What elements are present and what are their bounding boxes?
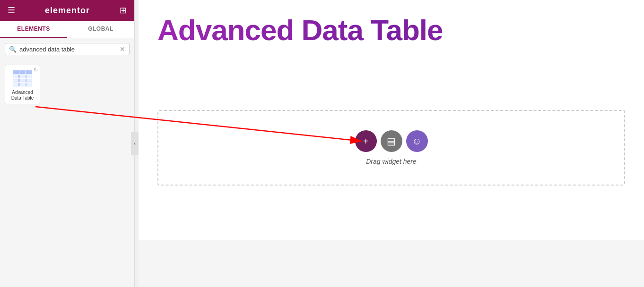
sidebar-header: ☰ elementor ⊞ bbox=[0, 0, 134, 21]
smiley-icon: ☺ bbox=[412, 136, 421, 147]
table-cell bbox=[26, 79, 32, 83]
main-area: Advanced Data Table + ▤ ☺ Drag widget he… bbox=[139, 0, 644, 287]
sidebar: ☰ elementor ⊞ ELEMENTS GLOBAL 🔍 ✕ ↻ bbox=[0, 0, 135, 287]
main-bottom-area bbox=[139, 240, 644, 287]
collapse-handle[interactable]: ‹ bbox=[131, 132, 139, 155]
folder-button[interactable]: ▤ bbox=[381, 130, 402, 152]
widget-label: Advanced Data Table bbox=[7, 90, 38, 101]
drop-zone-buttons: + ▤ ☺ bbox=[355, 130, 428, 152]
clear-icon[interactable]: ✕ bbox=[120, 45, 125, 53]
search-bar: 🔍 ✕ bbox=[5, 43, 130, 55]
search-input[interactable] bbox=[19, 46, 120, 53]
drop-zone[interactable]: + ▤ ☺ Drag widget here bbox=[157, 110, 625, 186]
tab-elements[interactable]: ELEMENTS bbox=[0, 21, 67, 38]
refresh-icon[interactable]: ↻ bbox=[34, 67, 38, 73]
tab-global[interactable]: GLOBAL bbox=[67, 21, 134, 38]
drop-zone-area: + ▤ ☺ Drag widget here bbox=[139, 56, 644, 240]
add-section-button[interactable]: + bbox=[355, 130, 377, 152]
widget-advanced-data-table[interactable]: ↻ Advanced Data Table bbox=[5, 65, 40, 104]
search-icon: 🔍 bbox=[9, 46, 17, 53]
table-cell bbox=[13, 75, 19, 78]
table-cell bbox=[26, 70, 32, 74]
main-title-area: Advanced Data Table bbox=[139, 0, 644, 56]
widgets-grid: ↻ Advanced Data Table bbox=[0, 60, 134, 109]
plus-icon: + bbox=[363, 136, 369, 147]
table-icon bbox=[13, 70, 33, 86]
sidebar-title: elementor bbox=[15, 6, 120, 16]
collapse-chevron-icon: ‹ bbox=[134, 140, 136, 147]
widget-icon bbox=[11, 69, 35, 88]
hamburger-icon[interactable]: ☰ bbox=[8, 5, 15, 16]
table-cell bbox=[19, 70, 26, 74]
folder-icon: ▤ bbox=[387, 135, 396, 147]
table-cell bbox=[13, 70, 19, 74]
table-cell bbox=[13, 79, 19, 83]
table-cell bbox=[19, 75, 26, 78]
table-cell bbox=[26, 83, 32, 86]
table-cell bbox=[19, 83, 26, 86]
sidebar-tabs: ELEMENTS GLOBAL bbox=[0, 21, 134, 38]
drag-widget-hint: Drag widget here bbox=[366, 158, 417, 165]
grid-icon[interactable]: ⊞ bbox=[120, 5, 127, 16]
page-title: Advanced Data Table bbox=[157, 14, 625, 46]
table-cell bbox=[13, 83, 19, 86]
template-button[interactable]: ☺ bbox=[406, 130, 428, 152]
table-cell bbox=[26, 75, 32, 78]
table-cell bbox=[19, 79, 26, 83]
